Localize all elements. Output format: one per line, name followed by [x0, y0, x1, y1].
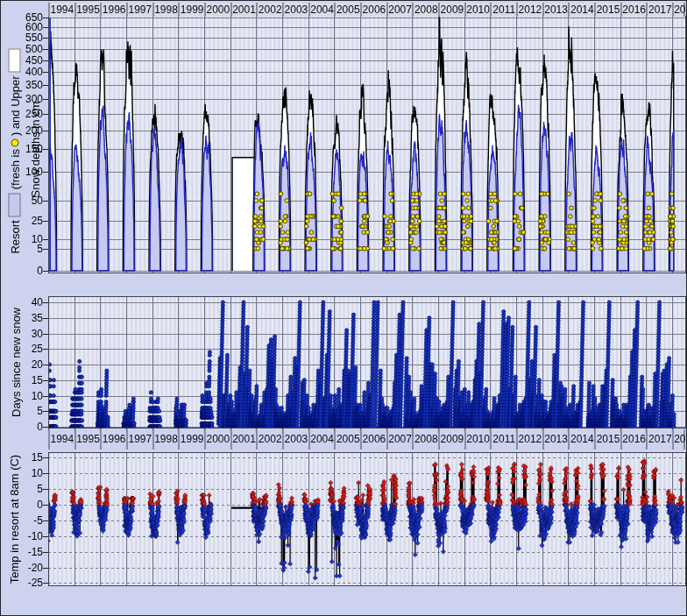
year-label: 2003: [282, 3, 308, 17]
year-label: 2018: [672, 3, 685, 17]
year-label: 2005: [334, 429, 360, 450]
year-label: 2004: [308, 3, 335, 17]
year-label: 2013: [542, 3, 569, 17]
year-label: 2017: [646, 3, 672, 17]
year-label: 2011: [490, 429, 516, 450]
year-label: 2016: [620, 429, 647, 450]
fresh-snow-dot-icon: [11, 138, 19, 146]
fresh-label-open: (fresh is: [9, 149, 22, 189]
year-label: 2006: [360, 429, 386, 450]
year-label: 2001: [230, 429, 257, 450]
year-label: 2000: [204, 429, 230, 450]
year-label: 2012: [516, 429, 542, 450]
year-label: 2002: [256, 3, 282, 17]
year-label: 2009: [438, 429, 464, 450]
year-label: 2006: [360, 3, 386, 17]
year-label: 2018: [672, 429, 685, 450]
chart-canvas: [1, 1, 687, 616]
year-label: 2017: [646, 429, 672, 450]
year-label: 1994: [48, 429, 74, 450]
year-label: 1995: [74, 3, 101, 17]
year-label: 2002: [256, 429, 282, 450]
year-label: 1999: [178, 3, 204, 17]
year-label: 1997: [126, 429, 152, 450]
year-label: 1998: [152, 429, 179, 450]
upper-label: ) and Upper: [9, 75, 22, 136]
year-label: 2009: [438, 3, 464, 17]
upper-swatch-icon: [9, 48, 21, 72]
year-label: 1994: [48, 3, 74, 17]
temp-axis-label: Temp in resort at 8am (C): [7, 419, 22, 616]
year-label: 2012: [516, 3, 542, 17]
year-label: 1999: [178, 429, 204, 450]
year-label: 2014: [568, 429, 594, 450]
year-label: 1995: [74, 429, 101, 450]
year-label: 2016: [620, 3, 647, 17]
year-label: 2000: [204, 3, 230, 17]
year-label: 2010: [464, 3, 491, 17]
snow-axis-label-units: Snow depths in cm: [28, 18, 43, 281]
snow-history-chart-window: 1994199519961997199819992000200120022003…: [0, 0, 687, 616]
year-label: 1998: [152, 3, 179, 17]
resort-label: Resort: [9, 220, 22, 253]
year-label: 1997: [126, 3, 152, 17]
year-label: 2003: [282, 429, 308, 450]
year-label: 2011: [490, 3, 516, 17]
year-label: 1996: [100, 429, 126, 450]
year-label: 2007: [386, 429, 413, 450]
year-label: 2008: [412, 3, 438, 17]
middle-year-axis: 1994199519961997199819992000200120022003…: [48, 429, 685, 450]
year-label: 2007: [386, 3, 413, 17]
top-year-axis: 1994199519961997199819992000200120022003…: [48, 3, 685, 17]
year-label: 2015: [594, 3, 620, 17]
year-label: 2004: [308, 429, 335, 450]
resort-swatch-icon: [9, 193, 21, 216]
year-label: 1996: [100, 3, 126, 17]
year-label: 2001: [230, 3, 257, 17]
year-label: 2005: [334, 3, 360, 17]
year-label: 2015: [594, 429, 620, 450]
snow-axis-label-legend: Resort(fresh is) and Upper: [8, 18, 23, 281]
year-label: 2013: [542, 429, 569, 450]
year-label: 2014: [568, 3, 594, 17]
year-label: 2008: [412, 429, 438, 450]
year-label: 2010: [464, 429, 491, 450]
